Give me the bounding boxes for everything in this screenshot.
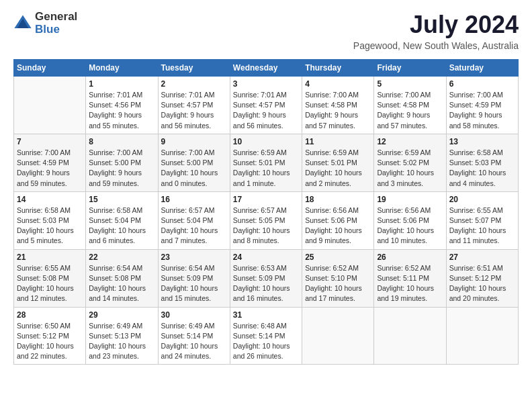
day-info: Sunrise: 6:56 AM Sunset: 5:06 PM Dayligh…	[305, 205, 371, 246]
day-number: 20	[449, 195, 515, 204]
day-number: 10	[233, 137, 299, 146]
day-info: Sunrise: 6:49 AM Sunset: 5:14 PM Dayligh…	[161, 321, 227, 362]
day-info: Sunrise: 6:54 AM Sunset: 5:08 PM Dayligh…	[89, 263, 154, 304]
column-header-tuesday: Tuesday	[158, 60, 230, 77]
day-number: 11	[305, 137, 371, 146]
day-info: Sunrise: 6:50 AM Sunset: 5:12 PM Dayligh…	[17, 321, 83, 362]
calendar-cell: 1Sunrise: 7:01 AM Sunset: 4:56 PM Daylig…	[86, 77, 158, 134]
day-info: Sunrise: 6:58 AM Sunset: 5:03 PM Dayligh…	[17, 205, 83, 246]
day-number: 26	[377, 253, 443, 262]
day-number: 19	[377, 195, 443, 204]
day-number: 18	[305, 195, 371, 204]
day-info: Sunrise: 7:01 AM Sunset: 4:56 PM Dayligh…	[89, 90, 154, 131]
day-number: 25	[305, 253, 371, 262]
logo-general: General	[35, 11, 77, 24]
day-info: Sunrise: 7:00 AM Sunset: 4:58 PM Dayligh…	[305, 90, 371, 131]
calendar-cell: 26Sunrise: 6:52 AM Sunset: 5:11 PM Dayli…	[374, 249, 446, 307]
calendar-cell: 31Sunrise: 6:48 AM Sunset: 5:14 PM Dayli…	[230, 307, 302, 365]
calendar-table: SundayMondayTuesdayWednesdayThursdayFrid…	[13, 59, 519, 365]
calendar-header-row: SundayMondayTuesdayWednesdayThursdayFrid…	[14, 60, 519, 77]
calendar-cell: 6Sunrise: 7:00 AM Sunset: 4:59 PM Daylig…	[446, 77, 518, 134]
day-number: 17	[233, 195, 299, 204]
calendar-cell: 22Sunrise: 6:54 AM Sunset: 5:08 PM Dayli…	[86, 249, 158, 307]
calendar-cell	[302, 307, 374, 365]
calendar-cell: 15Sunrise: 6:58 AM Sunset: 5:04 PM Dayli…	[86, 191, 158, 249]
calendar-cell: 21Sunrise: 6:55 AM Sunset: 5:08 PM Dayli…	[14, 249, 86, 307]
day-info: Sunrise: 6:52 AM Sunset: 5:10 PM Dayligh…	[305, 263, 371, 304]
column-header-monday: Monday	[86, 60, 158, 77]
calendar-cell	[446, 307, 518, 365]
day-info: Sunrise: 7:00 AM Sunset: 4:58 PM Dayligh…	[377, 90, 443, 131]
day-number: 30	[161, 310, 227, 320]
calendar-cell: 24Sunrise: 6:53 AM Sunset: 5:09 PM Dayli…	[230, 249, 302, 307]
calendar-week-5: 28Sunrise: 6:50 AM Sunset: 5:12 PM Dayli…	[14, 307, 519, 365]
day-number: 31	[233, 310, 299, 320]
day-info: Sunrise: 6:58 AM Sunset: 5:03 PM Dayligh…	[449, 148, 515, 189]
logo-icon	[13, 14, 32, 33]
calendar-cell: 9Sunrise: 7:00 AM Sunset: 5:00 PM Daylig…	[158, 134, 230, 191]
day-number: 2	[161, 79, 227, 89]
calendar-cell: 14Sunrise: 6:58 AM Sunset: 5:03 PM Dayli…	[14, 191, 86, 249]
calendar-cell: 17Sunrise: 6:57 AM Sunset: 5:05 PM Dayli…	[230, 191, 302, 249]
day-number: 23	[161, 253, 227, 262]
calendar-cell: 10Sunrise: 6:59 AM Sunset: 5:01 PM Dayli…	[230, 134, 302, 191]
calendar-cell: 8Sunrise: 7:00 AM Sunset: 5:00 PM Daylig…	[86, 134, 158, 191]
day-info: Sunrise: 6:55 AM Sunset: 5:07 PM Dayligh…	[449, 205, 515, 246]
calendar-cell: 16Sunrise: 6:57 AM Sunset: 5:04 PM Dayli…	[158, 191, 230, 249]
column-header-thursday: Thursday	[302, 60, 374, 77]
day-number: 29	[89, 310, 154, 320]
title-block: July 2024 Pagewood, New South Wales, Aus…	[353, 11, 519, 51]
day-info: Sunrise: 6:52 AM Sunset: 5:11 PM Dayligh…	[377, 263, 443, 304]
day-info: Sunrise: 6:56 AM Sunset: 5:06 PM Dayligh…	[377, 205, 443, 246]
day-info: Sunrise: 6:57 AM Sunset: 5:04 PM Dayligh…	[161, 205, 227, 246]
day-number: 5	[377, 79, 443, 89]
calendar-cell: 12Sunrise: 6:59 AM Sunset: 5:02 PM Dayli…	[374, 134, 446, 191]
day-number: 28	[17, 310, 83, 320]
day-number: 14	[17, 195, 83, 204]
day-info: Sunrise: 6:49 AM Sunset: 5:13 PM Dayligh…	[89, 321, 154, 362]
calendar-cell: 28Sunrise: 6:50 AM Sunset: 5:12 PM Dayli…	[14, 307, 86, 365]
calendar-cell: 19Sunrise: 6:56 AM Sunset: 5:06 PM Dayli…	[374, 191, 446, 249]
month-year: July 2024	[353, 11, 519, 39]
day-number: 8	[89, 137, 154, 146]
column-header-friday: Friday	[374, 60, 446, 77]
calendar-cell: 29Sunrise: 6:49 AM Sunset: 5:13 PM Dayli…	[86, 307, 158, 365]
calendar-cell: 4Sunrise: 7:00 AM Sunset: 4:58 PM Daylig…	[302, 77, 374, 134]
day-info: Sunrise: 7:00 AM Sunset: 5:00 PM Dayligh…	[161, 148, 227, 189]
calendar-cell: 2Sunrise: 7:01 AM Sunset: 4:57 PM Daylig…	[158, 77, 230, 134]
day-info: Sunrise: 7:00 AM Sunset: 4:59 PM Dayligh…	[17, 148, 83, 189]
day-info: Sunrise: 6:59 AM Sunset: 5:02 PM Dayligh…	[377, 148, 443, 189]
location: Pagewood, New South Wales, Australia	[353, 40, 519, 51]
calendar-week-2: 7Sunrise: 7:00 AM Sunset: 4:59 PM Daylig…	[14, 134, 519, 191]
day-info: Sunrise: 6:48 AM Sunset: 5:14 PM Dayligh…	[233, 321, 299, 362]
calendar-week-1: 1Sunrise: 7:01 AM Sunset: 4:56 PM Daylig…	[14, 77, 519, 134]
column-header-saturday: Saturday	[446, 60, 518, 77]
calendar-cell	[14, 77, 86, 134]
day-number: 3	[233, 79, 299, 89]
calendar-cell: 13Sunrise: 6:58 AM Sunset: 5:03 PM Dayli…	[446, 134, 518, 191]
calendar-cell: 7Sunrise: 7:00 AM Sunset: 4:59 PM Daylig…	[14, 134, 86, 191]
day-info: Sunrise: 7:01 AM Sunset: 4:57 PM Dayligh…	[161, 90, 227, 131]
calendar-cell: 5Sunrise: 7:00 AM Sunset: 4:58 PM Daylig…	[374, 77, 446, 134]
day-number: 24	[233, 253, 299, 262]
day-info: Sunrise: 7:00 AM Sunset: 4:59 PM Dayligh…	[449, 90, 515, 131]
calendar-cell: 25Sunrise: 6:52 AM Sunset: 5:10 PM Dayli…	[302, 249, 374, 307]
calendar-week-3: 14Sunrise: 6:58 AM Sunset: 5:03 PM Dayli…	[14, 191, 519, 249]
column-header-wednesday: Wednesday	[230, 60, 302, 77]
calendar-cell: 11Sunrise: 6:59 AM Sunset: 5:01 PM Dayli…	[302, 134, 374, 191]
day-info: Sunrise: 6:57 AM Sunset: 5:05 PM Dayligh…	[233, 205, 299, 246]
day-number: 12	[377, 137, 443, 146]
day-number: 27	[449, 253, 515, 262]
calendar-cell: 27Sunrise: 6:51 AM Sunset: 5:12 PM Dayli…	[446, 249, 518, 307]
day-info: Sunrise: 6:55 AM Sunset: 5:08 PM Dayligh…	[17, 263, 83, 304]
day-number: 13	[449, 137, 515, 146]
calendar-cell: 30Sunrise: 6:49 AM Sunset: 5:14 PM Dayli…	[158, 307, 230, 365]
day-info: Sunrise: 6:54 AM Sunset: 5:09 PM Dayligh…	[161, 263, 227, 304]
calendar-cell: 3Sunrise: 7:01 AM Sunset: 4:57 PM Daylig…	[230, 77, 302, 134]
day-info: Sunrise: 7:00 AM Sunset: 5:00 PM Dayligh…	[89, 148, 154, 189]
calendar-week-4: 21Sunrise: 6:55 AM Sunset: 5:08 PM Dayli…	[14, 249, 519, 307]
day-number: 6	[449, 79, 515, 89]
column-header-sunday: Sunday	[14, 60, 86, 77]
day-info: Sunrise: 6:59 AM Sunset: 5:01 PM Dayligh…	[233, 148, 299, 189]
calendar-cell: 23Sunrise: 6:54 AM Sunset: 5:09 PM Dayli…	[158, 249, 230, 307]
